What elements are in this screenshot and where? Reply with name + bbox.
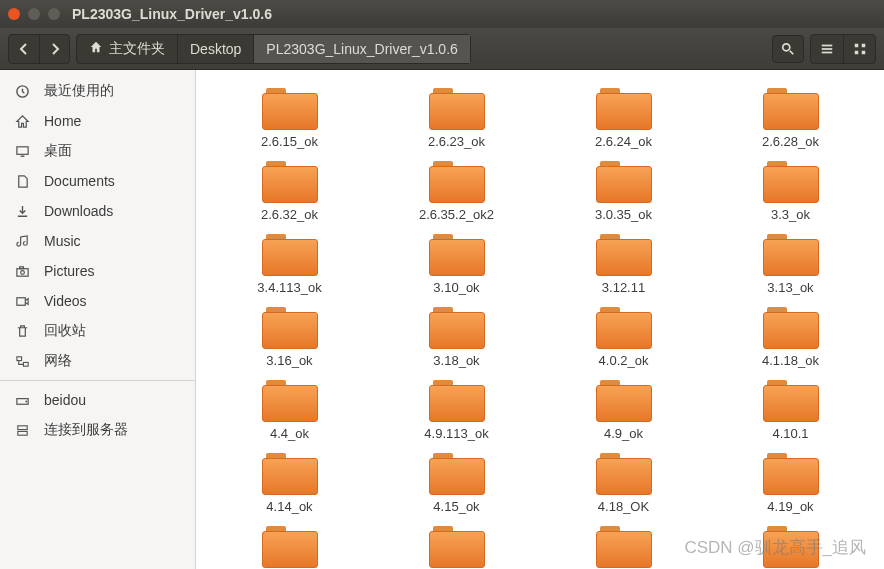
back-button[interactable]: [9, 35, 39, 63]
folder-item[interactable]: [206, 522, 373, 569]
folder-item[interactable]: 3.10_ok: [373, 230, 540, 303]
sidebar-item-doc[interactable]: Documents: [0, 166, 195, 196]
svg-point-11: [20, 270, 24, 274]
sidebar-item-label: Downloads: [44, 203, 113, 219]
folder-item[interactable]: 4.15_ok: [373, 449, 540, 522]
folder-item[interactable]: [540, 522, 707, 569]
camera-icon: [14, 264, 30, 279]
doc-icon: [14, 174, 30, 189]
path-seg-0[interactable]: Desktop: [177, 35, 253, 63]
maximize-button[interactable]: [48, 8, 60, 20]
view-group: [810, 34, 876, 64]
svg-rect-9: [16, 146, 27, 154]
folder-item[interactable]: 4.18_OK: [540, 449, 707, 522]
folder-icon: [763, 234, 819, 276]
folder-item[interactable]: 3.12.11: [540, 230, 707, 303]
path-seg-1[interactable]: PL2303G_Linux_Driver_v1.0.6: [253, 35, 469, 63]
svg-rect-3: [822, 51, 833, 53]
minimize-button[interactable]: [28, 8, 40, 20]
folder-icon: [262, 380, 318, 422]
folder-icon: [596, 88, 652, 130]
titlebar: PL2303G_Linux_Driver_v1.0.6: [0, 0, 884, 28]
folder-label: 2.6.35.2_ok2: [419, 207, 494, 222]
trash-icon: [14, 324, 30, 339]
sidebar-item-video[interactable]: Videos: [0, 286, 195, 316]
folder-item[interactable]: 4.0.2_ok: [540, 303, 707, 376]
sidebar-item-home[interactable]: Home: [0, 106, 195, 136]
svg-rect-13: [16, 297, 24, 305]
folder-label: 3.18_ok: [433, 353, 479, 368]
svg-rect-4: [854, 43, 858, 47]
folder-icon: [596, 453, 652, 495]
folder-icon: [262, 161, 318, 203]
folder-item[interactable]: [373, 522, 540, 569]
path-home[interactable]: 主文件夹: [77, 35, 177, 63]
folder-icon: [429, 161, 485, 203]
icon-view-button[interactable]: [843, 35, 875, 63]
folder-item[interactable]: 3.16_ok: [206, 303, 373, 376]
folder-item[interactable]: 4.4_ok: [206, 376, 373, 449]
search-button[interactable]: [772, 35, 804, 63]
folder-label: 4.4_ok: [270, 426, 309, 441]
folder-item[interactable]: 4.1.18_ok: [707, 303, 874, 376]
sidebar-item-label: Documents: [44, 173, 115, 189]
close-button[interactable]: [8, 8, 20, 20]
folder-icon: [763, 307, 819, 349]
sidebar-item-label: Music: [44, 233, 81, 249]
folder-item[interactable]: 2.6.23_ok: [373, 84, 540, 157]
window-title: PL2303G_Linux_Driver_v1.0.6: [72, 6, 272, 22]
folder-item[interactable]: 2.6.24_ok: [540, 84, 707, 157]
sidebar-item-label: 桌面: [44, 142, 72, 160]
folder-item[interactable]: 4.9_ok: [540, 376, 707, 449]
folder-item[interactable]: 4.10.1: [707, 376, 874, 449]
folder-icon: [763, 161, 819, 203]
folder-item[interactable]: 4.19_ok: [707, 449, 874, 522]
folder-item[interactable]: [707, 522, 874, 569]
folder-item[interactable]: 3.0.35_ok: [540, 157, 707, 230]
nav-group: [8, 34, 70, 64]
folder-label: 3.13_ok: [767, 280, 813, 295]
folder-label: 3.12.11: [602, 280, 645, 295]
drive-icon: [14, 393, 30, 408]
sidebar-item-drive[interactable]: beidou: [0, 385, 195, 415]
folder-icon: [596, 234, 652, 276]
folder-label: 4.10.1: [772, 426, 808, 441]
sidebar-item-desktop[interactable]: 桌面: [0, 136, 195, 166]
sidebar-item-clock[interactable]: 最近使用的: [0, 76, 195, 106]
folder-icon: [429, 453, 485, 495]
sidebar-item-label: Pictures: [44, 263, 95, 279]
path-home-label: 主文件夹: [109, 40, 165, 58]
forward-button[interactable]: [39, 35, 69, 63]
folder-label: 2.6.32_ok: [261, 207, 318, 222]
folder-item[interactable]: 4.9.113_ok: [373, 376, 540, 449]
sidebar-item-trash[interactable]: 回收站: [0, 316, 195, 346]
toolbar: 主文件夹 Desktop PL2303G_Linux_Driver_v1.0.6: [0, 28, 884, 70]
folder-item[interactable]: 2.6.28_ok: [707, 84, 874, 157]
folder-item[interactable]: 4.14_ok: [206, 449, 373, 522]
sidebar-item-camera[interactable]: Pictures: [0, 256, 195, 286]
folder-icon: [596, 161, 652, 203]
folder-icon: [429, 88, 485, 130]
folder-icon: [262, 453, 318, 495]
sidebar-item-music[interactable]: Music: [0, 226, 195, 256]
folder-item[interactable]: 3.13_ok: [707, 230, 874, 303]
sidebar-item-network[interactable]: 网络: [0, 346, 195, 376]
sidebar-item-server[interactable]: 连接到服务器: [0, 415, 195, 445]
sidebar-item-download[interactable]: Downloads: [0, 196, 195, 226]
folder-item[interactable]: 3.4.113_ok: [206, 230, 373, 303]
list-view-button[interactable]: [811, 35, 843, 63]
folder-icon: [262, 234, 318, 276]
folder-icon: [429, 526, 485, 568]
svg-point-17: [25, 400, 27, 402]
folder-icon: [429, 234, 485, 276]
folder-item[interactable]: 2.6.15_ok: [206, 84, 373, 157]
path-seg-label: PL2303G_Linux_Driver_v1.0.6: [266, 41, 457, 57]
folder-item[interactable]: 2.6.35.2_ok2: [373, 157, 540, 230]
folder-item[interactable]: 2.6.32_ok: [206, 157, 373, 230]
video-icon: [14, 294, 30, 309]
folder-item[interactable]: 3.18_ok: [373, 303, 540, 376]
file-grid: 2.6.15_ok2.6.23_ok2.6.24_ok2.6.28_ok2.6.…: [196, 70, 884, 569]
folder-item[interactable]: 3.3_ok: [707, 157, 874, 230]
svg-rect-14: [16, 356, 21, 360]
svg-rect-5: [861, 43, 865, 47]
